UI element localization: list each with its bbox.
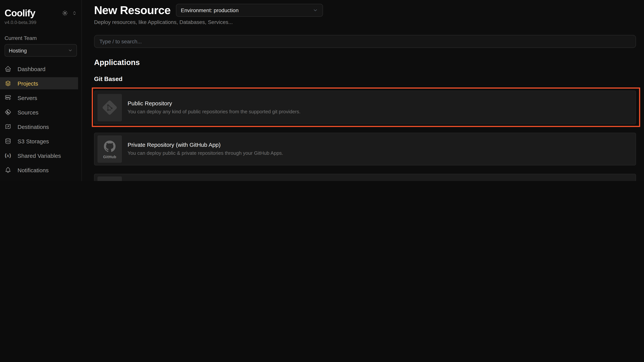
page-subtitle: Deploy resources, like Applications, Dat… [94, 19, 636, 25]
app-version: v4.0.0-beta.399 [4, 20, 77, 25]
sidebar-header: Coolify v4.0.0-beta.399 Current Team Hos… [0, 7, 82, 57]
database-icon [4, 138, 12, 145]
current-team-label: Current Team [4, 35, 77, 41]
git-icon [98, 94, 122, 121]
variable-icon: (x) [4, 152, 12, 159]
layers-icon [4, 80, 12, 87]
card-public-repository[interactable]: Public Repository You can deploy any kin… [94, 90, 636, 124]
coolify-logo: Coolify [4, 7, 35, 19]
sidebar-item-shared-variables[interactable]: (x) Shared Variables [0, 150, 78, 162]
sidebar-item-servers[interactable]: Servers [0, 92, 78, 104]
sidebar-item-dashboard[interactable]: Dashboard [0, 63, 78, 75]
git-icon [98, 177, 122, 181]
section-applications-title: Applications [94, 58, 636, 67]
theme-selector-icon[interactable] [72, 11, 77, 15]
chevron-down-icon [313, 7, 318, 13]
git-branch-icon [4, 109, 12, 116]
server-icon [4, 94, 12, 101]
chevron-down-icon [68, 48, 73, 53]
sidebar-item-keys-tokens[interactable]: Keys & Tokens [0, 178, 78, 181]
environment-select[interactable]: Environment: production [176, 4, 323, 17]
home-icon [4, 65, 12, 72]
sidebar-item-destinations[interactable]: Destinations [0, 121, 78, 133]
theme-sun-icon[interactable] [62, 10, 68, 16]
card-private-repository-github-app[interactable]: GitHub Private Repository (with GitHub A… [94, 133, 636, 166]
sidebar-item-notifications[interactable]: Notifications [0, 164, 78, 176]
sidebar: Coolify v4.0.0-beta.399 Current Team Hos… [0, 0, 82, 181]
subsection-git-based-title: Git Based [94, 76, 636, 83]
page-title: New Resource [94, 4, 170, 17]
sidebar-item-sources[interactable]: Sources [0, 106, 78, 118]
github-icon: GitHub [98, 135, 122, 163]
sidebar-item-projects[interactable]: Projects [0, 77, 78, 89]
sidebar-nav: Dashboard Projects Servers Sources Desti… [0, 63, 82, 181]
app-window: Coolify v4.0.0-beta.399 Current Team Hos… [0, 0, 644, 181]
git-based-cards: Public Repository You can deploy any kin… [94, 90, 636, 181]
team-select[interactable]: Hosting [4, 44, 77, 57]
sidebar-item-s3-storages[interactable]: S3 Storages [0, 135, 78, 147]
card-private-repository-deploy-key[interactable]: Private Repository (with Deploy Key) You… [94, 174, 636, 181]
search-input[interactable] [94, 35, 636, 48]
main-content: New Resource Environment: production Dep… [82, 0, 644, 181]
bell-icon [4, 167, 12, 174]
map-icon [4, 123, 12, 130]
